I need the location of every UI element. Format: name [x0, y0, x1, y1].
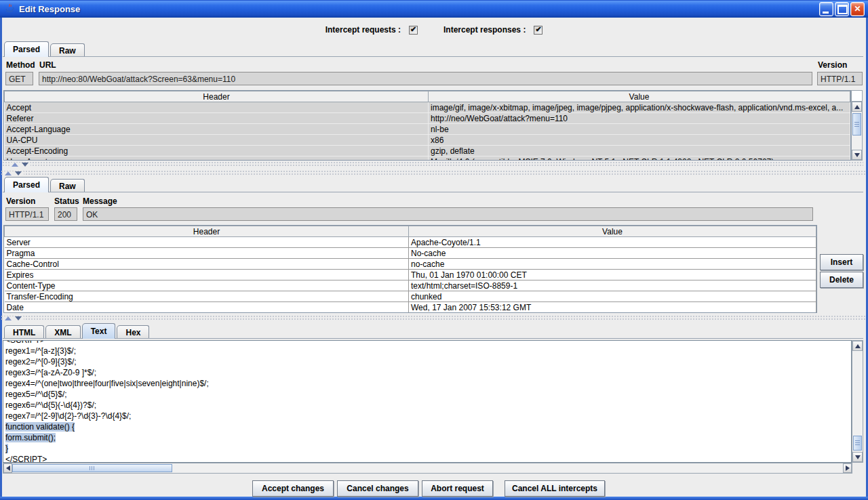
table-cell[interactable]: no-cache	[409, 259, 816, 270]
code-line[interactable]: regex2=/^[0-9]{3}$/;	[5, 356, 851, 367]
table-cell[interactable]: Accept-Encoding	[5, 146, 429, 157]
collapse-up-icon[interactable]	[12, 163, 18, 167]
accept-changes-button[interactable]: Accept changes	[252, 480, 334, 497]
close-button[interactable]	[850, 2, 865, 16]
table-cell[interactable]: nl-be	[429, 124, 850, 135]
table-row[interactable]: Acceptimage/gif, image/x-xbitmap, image/…	[5, 102, 850, 113]
table-cell[interactable]: Expires	[5, 270, 409, 280]
split-divider[interactable]	[1, 316, 865, 321]
table-row[interactable]: Refererhttp://neo/WebGoat/attack?menu=11…	[5, 113, 850, 124]
table-cell[interactable]: Pragma	[5, 248, 409, 259]
url-field[interactable]: http://neo:80/WebGoat/attack?Screen=63&m…	[39, 72, 812, 85]
collapse-down-icon[interactable]	[22, 163, 28, 167]
scrollbar-thumb[interactable]	[12, 464, 172, 472]
table-cell[interactable]: User-Agent	[5, 157, 429, 161]
scroll-down-icon[interactable]	[852, 452, 863, 462]
table-row[interactable]: PragmaNo-cache	[5, 248, 816, 259]
table-cell[interactable]: chunked	[409, 291, 816, 302]
tab-request-raw[interactable]: Raw	[50, 43, 85, 57]
split-divider[interactable]	[1, 171, 865, 176]
code-line[interactable]: regex1=/^[a-z]{3}$/;	[5, 346, 851, 356]
scroll-up-icon[interactable]	[852, 341, 863, 351]
intercept-responses-checkbox[interactable]	[534, 26, 542, 35]
editor-vscrollbar[interactable]	[852, 340, 863, 463]
table-row[interactable]: Transfer-Encodingchunked	[5, 291, 816, 302]
table-cell[interactable]: No-cache	[409, 248, 816, 259]
status-field[interactable]: 200	[54, 207, 77, 221]
tab-response-parsed[interactable]: Parsed	[4, 177, 49, 192]
code-line[interactable]: </SCRIPT>	[5, 454, 851, 463]
tab-hex[interactable]: Hex	[117, 325, 149, 339]
tab-response-raw[interactable]: Raw	[50, 179, 85, 192]
collapse-down-icon[interactable]	[15, 171, 22, 175]
table-row[interactable]: Cache-Controlno-cache	[5, 259, 816, 270]
code-line[interactable]: form.submit();	[5, 432, 851, 443]
request-table-vscrollbar[interactable]	[851, 101, 863, 161]
table-row[interactable]: Accept-Languagenl-be	[5, 124, 850, 135]
table-row[interactable]: ExpiresThu, 01 Jan 1970 01:00:00 CET	[5, 270, 816, 280]
intercept-requests-checkbox[interactable]	[409, 26, 418, 35]
response-version-field[interactable]: HTTP/1.1	[5, 207, 49, 221]
scrollbar-thumb[interactable]	[852, 113, 861, 136]
delete-button[interactable]: Delete	[820, 272, 863, 288]
collapse-down-icon[interactable]	[15, 316, 22, 320]
code-line[interactable]: regex3=/^[a-zA-Z0-9 ]*$/;	[5, 367, 851, 378]
table-cell[interactable]: Wed, 17 Jan 2007 15:53:12 GMT	[409, 302, 816, 313]
table-row[interactable]: UA-CPUx86	[5, 135, 850, 146]
table-row[interactable]: User-AgentMozilla/4.0 (compatible; MSIE …	[5, 157, 850, 161]
table-cell[interactable]: Transfer-Encoding	[5, 291, 409, 302]
request-version-field[interactable]: HTTP/1.1	[817, 72, 863, 85]
code-line[interactable]: regex6=/^\d{5}(-\d{4})?$/;	[5, 400, 851, 411]
tab-request-parsed[interactable]: Parsed	[4, 41, 49, 57]
table-row[interactable]: DateWed, 17 Jan 2007 15:53:12 GMT	[5, 302, 816, 313]
table-cell[interactable]: Accept-Language	[5, 124, 429, 135]
table-row[interactable]: ServerApache-Coyote/1.1	[5, 237, 816, 248]
table-cell[interactable]: Thu, 01 Jan 1970 01:00:00 CET	[409, 270, 816, 280]
table-cell[interactable]: gzip, deflate	[429, 146, 850, 157]
table-cell[interactable]: x86	[429, 135, 850, 146]
table-cell[interactable]: Date	[5, 302, 409, 313]
table-cell[interactable]: Content-Type	[5, 280, 409, 291]
scroll-up-icon[interactable]	[852, 102, 862, 112]
table-row[interactable]: Content-Typetext/html;charset=ISO-8859-1	[5, 280, 816, 291]
scroll-down-icon[interactable]	[852, 150, 862, 160]
minimize-button[interactable]	[819, 2, 833, 16]
method-field[interactable]: GET	[5, 72, 33, 85]
cancel-changes-button[interactable]: Cancel changes	[337, 480, 418, 497]
scroll-left-icon[interactable]	[3, 463, 12, 473]
code-line[interactable]: function validate() {	[5, 421, 851, 432]
insert-button[interactable]: Insert	[820, 254, 863, 270]
tab-xml[interactable]: XML	[45, 325, 80, 339]
editor-hscrollbar[interactable]	[3, 463, 852, 474]
table-cell[interactable]: Server	[5, 237, 409, 248]
table-cell[interactable]: http://neo/WebGoat/attack?menu=110	[429, 113, 850, 124]
table-row[interactable]: Accept-Encodinggzip, deflate	[5, 146, 850, 157]
code-line[interactable]: regex4=/^(one|two|three|four|five|six|se…	[5, 378, 851, 389]
code-line[interactable]: <SCRIPT>	[5, 340, 851, 346]
code-line[interactable]: regex7=/^[2-9]\d{2}-?\d{3}-?\d{4}$/;	[5, 411, 851, 421]
tab-text[interactable]: Text	[82, 323, 116, 339]
column-header: Value	[409, 226, 816, 237]
table-cell[interactable]: Apache-Coyote/1.1	[409, 237, 816, 248]
table-cell[interactable]: image/gif, image/x-xbitmap, image/jpeg, …	[429, 102, 850, 113]
maximize-button[interactable]	[835, 2, 849, 16]
abort-request-button[interactable]: Abort request	[422, 480, 493, 497]
collapse-up-icon[interactable]	[5, 171, 12, 175]
cancel-all-intercepts-button[interactable]: Cancel ALL intercepts	[505, 480, 605, 497]
table-cell[interactable]: Mozilla/4.0 (compatible; MSIE 7.0; Windo…	[429, 157, 850, 161]
message-field[interactable]: OK	[83, 207, 813, 221]
table-cell[interactable]: Accept	[5, 102, 429, 113]
response-body-editor[interactable]: <SCRIPT>regex1=/^[a-z]{3}$/;regex2=/^[0-…	[3, 340, 852, 463]
title-bar[interactable]: Edit Response	[0, 0, 868, 18]
code-line[interactable]: }	[5, 443, 851, 454]
collapse-up-icon[interactable]	[5, 316, 12, 320]
code-line[interactable]: regex5=/^\d{5}$/;	[5, 389, 851, 400]
tab-html[interactable]: HTML	[4, 325, 44, 339]
scrollbar-thumb[interactable]	[853, 436, 862, 451]
table-cell[interactable]: Cache-Control	[5, 259, 409, 270]
table-cell[interactable]: text/html;charset=ISO-8859-1	[409, 280, 816, 291]
table-cell[interactable]: UA-CPU	[5, 135, 429, 146]
split-divider[interactable]	[3, 162, 863, 167]
table-cell[interactable]: Referer	[5, 113, 429, 124]
scroll-right-icon[interactable]	[843, 463, 852, 473]
